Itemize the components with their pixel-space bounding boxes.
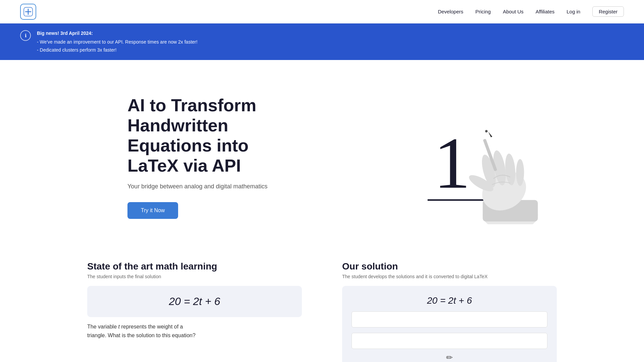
hero-section: AI to Transform Handwritten Equations in… [0,60,644,254]
pencil-area: ✏ [352,353,547,362]
banner-line2: - Dedicated clusters perform 3x faster! [37,46,198,54]
try-it-now-button[interactable]: Try it Now [127,202,178,219]
solution-input-line2 [352,333,547,349]
svg-point-15 [485,130,487,132]
nav-about[interactable]: About Us [503,9,524,14]
nav-pricing[interactable]: Pricing [475,9,491,14]
equation-display: 20 = 2t + 6 [87,286,302,317]
word-problem-text: The variable t represents the weight of … [87,322,302,340]
login-button[interactable]: Log in [567,9,580,14]
hero-content: AI to Transform Handwritten Equations in… [127,96,302,219]
solution-display: 20 = 2t + 6 ✏ [342,286,557,362]
banner-content: Big news! 3rd April 2024: - We've made a… [37,29,198,54]
right-feature-title: Our solution [342,261,557,272]
banner-line1: - We've made an improvement to our API. … [37,38,198,46]
nav-affiliates[interactable]: Affiliates [536,9,554,14]
solution-input-line1 [352,311,547,327]
nav-developers[interactable]: Developers [438,9,463,14]
announcement-banner: ℹ Big news! 3rd April 2024: - We've made… [0,23,644,60]
nav-links: Developers Pricing About Us Affiliates L… [438,6,624,17]
solution-equation: 20 = 2t + 6 [352,295,547,306]
info-icon: ℹ [20,30,31,41]
right-feature-subtitle: The student develops the solutions and i… [342,274,557,279]
left-feature-subtitle: The student inputs the final solution [87,274,302,279]
svg-point-11 [516,159,524,186]
left-feature: State of the art math learning The stude… [47,261,322,362]
hero-subtitle: Your bridge between analog and digital m… [127,183,302,190]
equation-text: 20 = 2t + 6 [97,295,292,308]
hero-title: AI to Transform Handwritten Equations in… [127,96,302,176]
register-button[interactable]: Register [592,6,624,17]
hero-illustration: 1 [402,87,557,228]
left-feature-title: State of the art math learning [87,261,302,272]
svg-marker-14 [488,131,492,137]
pencil-icon: ✏ [446,353,453,362]
navbar: Developers Pricing About Us Affiliates L… [0,0,644,23]
svg-text:1: 1 [434,123,471,204]
logo-area [20,4,36,20]
right-feature: Our solution The student develops the so… [322,261,597,362]
features-section: State of the art math learning The stude… [0,261,644,362]
logo-icon[interactable] [20,4,36,20]
banner-title: Big news! 3rd April 2024: [37,29,198,38]
